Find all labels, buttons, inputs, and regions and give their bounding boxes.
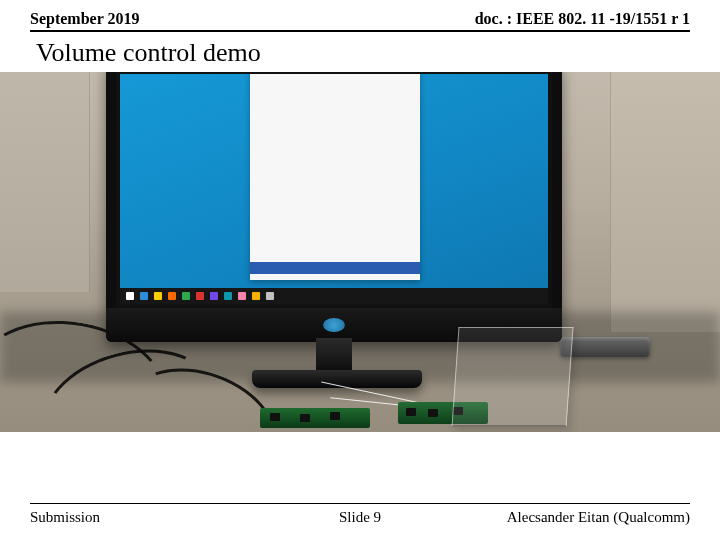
chip-icon xyxy=(406,408,416,416)
footer-rule xyxy=(30,503,690,504)
taskbar-app-icon xyxy=(238,292,246,300)
footer-author: Alecsander Eitan (Qualcomm) xyxy=(507,509,690,526)
taskbar-app-icon xyxy=(154,292,162,300)
taskbar-app-icon xyxy=(252,292,260,300)
slide-title: Volume control demo xyxy=(0,32,720,72)
taskbar-app-icon xyxy=(140,292,148,300)
taskbar-app-icon xyxy=(224,292,232,300)
taskbar-app-icon xyxy=(196,292,204,300)
taskbar-app-icon xyxy=(210,292,218,300)
hp-logo-icon xyxy=(323,318,345,332)
chip-icon xyxy=(270,413,280,421)
taskbar-app-icon xyxy=(168,292,176,300)
pcb-board xyxy=(260,408,370,428)
demo-photo xyxy=(0,72,720,432)
wall-panel-left xyxy=(0,72,90,292)
monitor-stand-neck xyxy=(316,338,352,374)
monitor-bezel xyxy=(116,72,552,308)
footer-left: Submission xyxy=(30,509,100,526)
header-date: September 2019 xyxy=(30,10,139,28)
taskbar-app-icon xyxy=(182,292,190,300)
taskbar-app-icon xyxy=(266,292,274,300)
taskbar-app-icon xyxy=(126,292,134,300)
wall-panel-right xyxy=(610,72,720,332)
acrylic-stand xyxy=(452,327,574,427)
chip-icon xyxy=(330,412,340,420)
app-window xyxy=(250,74,420,280)
monitor-screen xyxy=(120,74,548,304)
cable-grommet xyxy=(560,337,650,357)
windows-taskbar xyxy=(120,288,548,304)
footer-slide-number: Slide 9 xyxy=(339,509,381,526)
chip-icon xyxy=(300,414,310,422)
monitor xyxy=(106,72,562,342)
chip-icon xyxy=(428,409,438,417)
header-doc-ref: doc. : IEEE 802. 11 -19/1551 r 1 xyxy=(475,10,690,28)
